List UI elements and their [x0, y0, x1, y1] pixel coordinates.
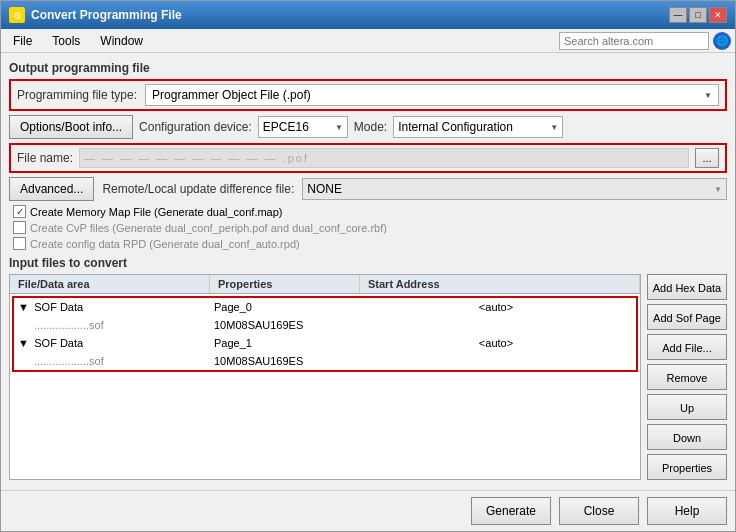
- advanced-button[interactable]: Advanced...: [9, 177, 94, 201]
- highlighted-table-body: ▼ SOF Data Page_0 <auto>: [12, 296, 638, 372]
- search-bar: 🌐: [559, 32, 731, 50]
- main-window: ⚙ Convert Programming File — □ ✕ File To…: [0, 0, 736, 532]
- options-boot-button[interactable]: Options/Boot info...: [9, 115, 133, 139]
- table-row-child-2[interactable]: ..................sof 10M08SAU169ES: [14, 352, 636, 370]
- row2-col1: ▼ SOF Data: [14, 334, 210, 352]
- config-device-label: Configuration device:: [139, 120, 252, 134]
- remote-value: NONE: [307, 182, 342, 196]
- table-row-child-1[interactable]: ..................sof 10M08SAU169ES: [14, 316, 636, 334]
- row1c-col2: 10M08SAU169ES: [210, 316, 356, 334]
- window-icon: ⚙: [9, 7, 25, 23]
- row1-props: Page_0: [214, 301, 252, 313]
- filename-value: — — — — — — — — — — — .pof: [84, 152, 309, 164]
- close-button[interactable]: ✕: [709, 7, 727, 23]
- row2-col2: Page_1: [210, 334, 356, 352]
- search-input[interactable]: [559, 32, 709, 50]
- properties-button[interactable]: Properties: [647, 454, 727, 480]
- add-file-button[interactable]: Add File...: [647, 334, 727, 360]
- browse-button[interactable]: ...: [695, 148, 719, 168]
- row2-name: SOF Data: [34, 337, 83, 349]
- minimize-button[interactable]: —: [669, 7, 687, 23]
- table-area: File/Data area Properties Start Address …: [9, 274, 727, 480]
- window-title: Convert Programming File: [31, 8, 182, 22]
- menu-window[interactable]: Window: [92, 32, 151, 50]
- mode-value: Internal Configuration: [398, 120, 513, 134]
- checkbox-row-1: Create Memory Map File (Generate dual_co…: [13, 205, 727, 218]
- input-section: Input files to convert File/Data area Pr…: [9, 256, 727, 482]
- programming-type-label: Programming file type:: [17, 88, 137, 102]
- col-header-addr: Start Address: [360, 275, 640, 293]
- checkboxes: Create Memory Map File (Generate dual_co…: [13, 205, 727, 250]
- programming-type-arrow: ▼: [704, 91, 712, 100]
- row2-expand-icon: ▼: [18, 337, 29, 349]
- checkbox-row-3: Create config data RPD (Generate dual_co…: [13, 237, 727, 250]
- menu-tools[interactable]: Tools: [44, 32, 88, 50]
- output-section: Output programming file Programming file…: [9, 61, 727, 250]
- main-content: Output programming file Programming file…: [1, 53, 735, 490]
- row1c-col1: ..................sof: [14, 316, 210, 334]
- mode-arrow: ▼: [550, 123, 558, 132]
- remove-button[interactable]: Remove: [647, 364, 727, 390]
- title-bar: ⚙ Convert Programming File — □ ✕: [1, 1, 735, 29]
- row2-addr: <auto>: [479, 337, 513, 349]
- programming-type-select[interactable]: Programmer Object File (.pof) ▼: [145, 84, 719, 106]
- mode-select[interactable]: Internal Configuration ▼: [393, 116, 563, 138]
- programming-type-row: Programming file type: Programmer Object…: [9, 79, 727, 111]
- close-button-bottom[interactable]: Close: [559, 497, 639, 525]
- checkbox-config-data[interactable]: [13, 237, 26, 250]
- row2-props: Page_1: [214, 337, 252, 349]
- checkbox-memory-map-label: Create Memory Map File (Generate dual_co…: [30, 206, 283, 218]
- row1c-props: 10M08SAU169ES: [214, 319, 303, 331]
- filename-label: File name:: [17, 151, 73, 165]
- row1c-name: ..................sof: [34, 319, 104, 331]
- mode-label: Mode:: [354, 120, 387, 134]
- col-header-file: File/Data area: [10, 275, 210, 293]
- table-row[interactable]: ▼ SOF Data Page_0 <auto>: [14, 298, 636, 316]
- row1-name: SOF Data: [34, 301, 83, 313]
- remote-label: Remote/Local update difference file:: [102, 182, 294, 196]
- globe-icon: 🌐: [713, 32, 731, 50]
- row1-expand-icon: ▼: [18, 301, 29, 313]
- maximize-button[interactable]: □: [689, 7, 707, 23]
- row1-addr: <auto>: [479, 301, 513, 313]
- config-device-select[interactable]: EPCE16 ▼: [258, 116, 348, 138]
- row1c-col3: [356, 316, 636, 334]
- checkbox-row-2: Create CvP files (Generate dual_conf_per…: [13, 221, 727, 234]
- bottom-bar: Generate Close Help: [1, 490, 735, 531]
- remote-arrow: ▼: [714, 185, 722, 194]
- checkbox-memory-map[interactable]: [13, 205, 26, 218]
- output-section-title: Output programming file: [9, 61, 727, 75]
- title-controls: — □ ✕: [669, 7, 727, 23]
- remote-select[interactable]: NONE ▼: [302, 178, 727, 200]
- add-sof-page-button[interactable]: Add Sof Page: [647, 304, 727, 330]
- row2c-col1: ..................sof: [14, 352, 210, 370]
- row1-col1: ▼ SOF Data: [14, 298, 210, 316]
- filename-input[interactable]: — — — — — — — — — — — .pof: [79, 148, 689, 168]
- config-mode-row: Options/Boot info... Configuration devic…: [9, 115, 727, 139]
- advanced-remote-row: Advanced... Remote/Local update differen…: [9, 177, 727, 201]
- row2c-col3: [356, 352, 636, 370]
- row2c-name: ..................sof: [34, 355, 104, 367]
- help-button[interactable]: Help: [647, 497, 727, 525]
- generate-button[interactable]: Generate: [471, 497, 551, 525]
- filename-row: File name: — — — — — — — — — — — .pof ..…: [9, 143, 727, 173]
- checkbox-cvp-label: Create CvP files (Generate dual_conf_per…: [30, 222, 387, 234]
- title-bar-left: ⚙ Convert Programming File: [9, 7, 182, 23]
- config-device-value: EPCE16: [263, 120, 309, 134]
- add-hex-data-button[interactable]: Add Hex Data: [647, 274, 727, 300]
- checkbox-cvp-files[interactable]: [13, 221, 26, 234]
- table-header: File/Data area Properties Start Address: [10, 275, 640, 294]
- down-button[interactable]: Down: [647, 424, 727, 450]
- row1-col3: <auto>: [356, 298, 636, 316]
- menu-file[interactable]: File: [5, 32, 40, 50]
- menu-items: File Tools Window: [5, 32, 151, 50]
- side-buttons: Add Hex Data Add Sof Page Add File... Re…: [647, 274, 727, 480]
- row2-col3: <auto>: [356, 334, 636, 352]
- up-button[interactable]: Up: [647, 394, 727, 420]
- col-header-props: Properties: [210, 275, 360, 293]
- menu-bar: File Tools Window 🌐: [1, 29, 735, 53]
- table-row-2[interactable]: ▼ SOF Data Page_1 <auto>: [14, 334, 636, 352]
- checkbox-config-label: Create config data RPD (Generate dual_co…: [30, 238, 300, 250]
- file-table: File/Data area Properties Start Address …: [9, 274, 641, 480]
- config-device-arrow: ▼: [335, 123, 343, 132]
